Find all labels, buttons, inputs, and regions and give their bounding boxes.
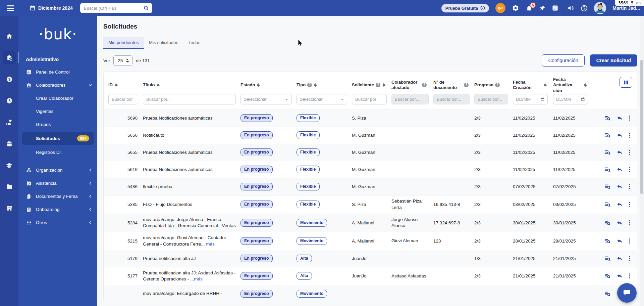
table-row[interactable]: 5177 Prueba notificacion alta JJ: Asdasd… — [104, 267, 637, 285]
table-row[interactable]: 5619 Prueba Notificaciones automáticas E… — [104, 161, 637, 178]
table-row[interactable]: mov area/cargo: Encargado de RRHH - En p… — [104, 285, 637, 302]
period-selector[interactable]: Diciembre 2024 — [30, 5, 73, 11]
notes-icon[interactable] — [552, 5, 558, 11]
col-header-estado[interactable]: Estado — [240, 82, 297, 88]
view-details-icon[interactable] — [604, 255, 611, 262]
tab-todas[interactable]: Todas — [183, 37, 206, 49]
col-header-progreso[interactable]: Progreso? — [474, 82, 513, 88]
pin-icon[interactable] — [539, 5, 545, 11]
reply-icon[interactable] — [616, 201, 623, 208]
view-details-icon[interactable] — [604, 183, 611, 190]
search-input[interactable] — [80, 3, 152, 13]
table-row[interactable]: 5690 Prueba Notificaciones automáticas E… — [104, 110, 637, 127]
more-link[interactable]: más — [206, 242, 215, 247]
sidebar-item-documentos-y-firma[interactable]: Documentos y Firma — [18, 190, 97, 203]
marketplace-store-icon[interactable] — [3, 202, 16, 215]
table-row[interactable]: 5655 Prueba Notificaciones automáticas E… — [104, 144, 637, 161]
live-support-icon[interactable] — [495, 3, 505, 13]
kebab-menu-icon[interactable] — [629, 132, 630, 138]
sidebar-item-otros[interactable]: Otros — [18, 216, 97, 229]
reply-icon[interactable] — [616, 183, 623, 190]
sidebar-item-organizacion[interactable]: Organización — [18, 164, 97, 177]
view-details-icon[interactable] — [604, 220, 611, 226]
tab-mis-solicitudes[interactable]: Mis solicitudes — [144, 37, 183, 49]
column-settings-button[interactable] — [620, 77, 632, 88]
reply-icon[interactable] — [616, 273, 623, 279]
page-scrollbar[interactable] — [640, 16, 644, 306]
col-header-documento[interactable]: Nº de documento? — [433, 80, 474, 91]
col-header-titulo[interactable]: Título — [143, 82, 240, 88]
table-row[interactable]: 5486 flexible prueba En progreso Flexibl… — [104, 178, 637, 195]
col-header-fecha-creacion[interactable]: Fecha Creación — [513, 80, 553, 91]
col-header-colaborador[interactable]: Colaborador afectado? — [391, 80, 433, 91]
sidebar-item-crear-colaborador[interactable]: Crear Colaborador — [18, 92, 97, 105]
table-row[interactable]: 5385 FLO - Flujo Documentos En progreso … — [104, 195, 637, 214]
kebab-menu-icon[interactable] — [629, 220, 630, 226]
reply-icon[interactable] — [616, 149, 623, 156]
filter-solicitante-input[interactable] — [352, 94, 387, 104]
filter-estado-select[interactable]: Seleccionar — [240, 94, 292, 104]
home-icon[interactable] — [3, 30, 16, 43]
view-details-icon[interactable] — [604, 291, 611, 297]
notifications-bell-icon[interactable]: 5 — [526, 5, 533, 12]
reply-icon[interactable] — [616, 115, 623, 121]
talent-hand-heart-icon[interactable] — [3, 116, 16, 129]
sidebar-item-asistencia[interactable]: Asistencia — [18, 177, 97, 190]
documents-folder-icon[interactable] — [3, 180, 16, 193]
create-request-button[interactable]: Crear Solicitud — [590, 54, 637, 67]
requests-clipboard-clock-icon[interactable] — [3, 51, 16, 64]
training-graduation-icon[interactable] — [3, 159, 16, 172]
tab-mis-pendientes[interactable]: Mis pendientes — [103, 37, 144, 49]
user-name[interactable]: Martín Jad... — [612, 5, 640, 11]
trial-badge[interactable]: Prueba Gratuita — [441, 4, 489, 12]
kebab-menu-icon[interactable] — [629, 255, 630, 262]
sidebar-item-grupos[interactable]: Grupos — [18, 118, 97, 131]
reply-icon[interactable] — [616, 220, 623, 226]
sidebar-item-registros-dt[interactable]: Registros DT — [18, 146, 97, 159]
col-header-tipo[interactable]: Tipo? — [297, 82, 352, 88]
sidebar-item-panel-de-control[interactable]: Panel de Control — [18, 65, 97, 79]
filter-tipo-select[interactable]: Seleccionar — [297, 94, 347, 104]
kebab-menu-icon[interactable] — [629, 273, 630, 279]
remunerations-money-icon[interactable]: $ — [3, 73, 16, 86]
table-row[interactable]: 5656 Notificauto En progreso Flexible M.… — [104, 127, 637, 144]
filter-titulo-input[interactable] — [143, 94, 236, 104]
reply-icon[interactable] — [616, 238, 623, 244]
settings-gear-icon[interactable] — [512, 4, 519, 12]
kebab-menu-icon[interactable] — [629, 201, 630, 208]
view-details-icon[interactable] — [604, 166, 611, 173]
kebab-menu-icon[interactable] — [629, 115, 630, 121]
kebab-menu-icon[interactable] — [629, 149, 630, 156]
view-details-icon[interactable] — [604, 238, 611, 244]
filter-fecha-creacion-input[interactable]: DD/MM — [513, 94, 548, 104]
table-row[interactable]: 5284 mov area/cargo: Jorge Alonso - Fran… — [104, 214, 637, 232]
time-clock-icon[interactable] — [3, 94, 16, 107]
search-icon[interactable] — [143, 5, 149, 12]
avatar[interactable] — [594, 2, 606, 14]
scrollbar-thumb[interactable] — [640, 60, 643, 194]
table-row[interactable]: 5179 Prueba notificacion alta JJ En prog… — [104, 250, 637, 267]
col-header-fecha-actualizacion[interactable]: Fecha Actualiza-ción — [553, 77, 597, 93]
sidebar-item-onboarding[interactable]: Onboarding — [18, 203, 97, 216]
filter-id-input[interactable] — [108, 94, 138, 104]
sidebar-item-solicitudes[interactable]: Solicitudes 99+ — [22, 132, 94, 145]
sidebar-item-colaboradores[interactable]: Colaboradores — [18, 79, 97, 92]
chat-bubble-button[interactable] — [617, 283, 637, 303]
reply-icon[interactable] — [616, 132, 623, 138]
kebab-menu-icon[interactable] — [629, 183, 630, 190]
more-link[interactable]: más — [194, 276, 203, 281]
hamburger-menu-icon[interactable] — [7, 5, 14, 11]
table-row[interactable]: 5215 mov area/cargo: Giovi Aleman - Cont… — [104, 232, 637, 250]
announcements-megaphone-icon[interactable] — [567, 4, 574, 12]
view-details-icon[interactable] — [604, 273, 611, 279]
sidebar-item-vigentes[interactable]: Vigentes — [18, 105, 97, 118]
kebab-menu-icon[interactable] — [629, 166, 630, 173]
col-header-id[interactable]: ID — [104, 82, 143, 88]
help-icon[interactable] — [581, 5, 588, 12]
benefits-gift-icon[interactable] — [3, 137, 16, 150]
view-details-icon[interactable] — [604, 149, 611, 156]
view-details-icon[interactable] — [604, 201, 611, 208]
view-details-icon[interactable] — [604, 132, 611, 138]
filter-fecha-actualizacion-input[interactable]: DD/MM — [553, 94, 588, 104]
col-header-solicitante[interactable]: Solicitante? — [352, 82, 391, 88]
